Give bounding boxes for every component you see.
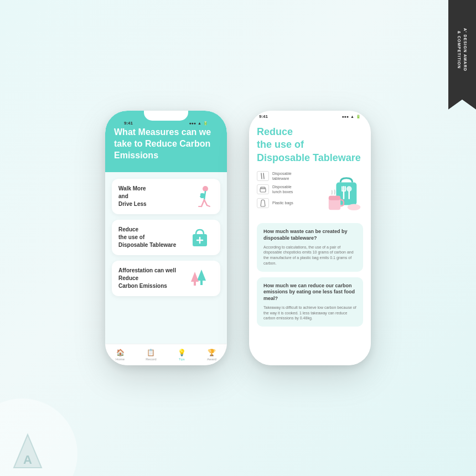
faq-answer-1: According to calculations, the use of a … (263, 245, 356, 266)
title-line1: Reduce (257, 126, 293, 137)
menu-card-walk[interactable]: Walk MoreandDrive Less (112, 179, 220, 214)
nav-award[interactable]: 🏆 Award (207, 349, 216, 361)
phone-right: 9:41 ●●● ▲ 🔋 Reduce the use of Disposabl… (249, 111, 371, 365)
svg-point-0 (203, 186, 208, 192)
menu-card-afforestation[interactable]: Afforestation can wellReduceCarbon Emiss… (112, 261, 220, 296)
svg-line-4 (201, 200, 204, 206)
phone-right-body: Reduce the use of Disposable Tableware (249, 120, 371, 365)
menu-card-tableware[interactable]: Reducethe use ofDisposable Tableware (112, 220, 220, 255)
items-section: Disposabletableware Disposablelunch boxe… (257, 171, 363, 215)
menu-card-walk-icon (186, 184, 214, 209)
svg-line-5 (204, 200, 207, 205)
item-plasticbag: Plastic bags (257, 198, 320, 208)
items-list: Disposabletableware Disposablelunch boxe… (257, 171, 320, 215)
phone-left-notch (144, 111, 188, 121)
nav-tips[interactable]: 💡 Tips (178, 349, 186, 361)
svg-rect-12 (200, 281, 203, 285)
svg-marker-13 (191, 272, 199, 282)
a-logo: A (11, 432, 44, 470)
phone-left-screen: 9:41 ●●● ▲ 🔋 What Measures can we take t… (105, 111, 227, 365)
item-chopsticks: Disposabletableware (257, 171, 320, 181)
time-left: 9:41 (124, 121, 133, 126)
svg-line-15 (261, 173, 262, 179)
svg-line-1 (204, 192, 205, 200)
faq-answer-2: Takeaway is difficult to achieve low car… (263, 305, 356, 321)
menu-card-tableware-text: Reducethe use ofDisposable Tableware (118, 226, 176, 249)
phone-right-notch (288, 111, 332, 121)
svg-point-24 (346, 187, 352, 192)
svg-line-7 (207, 205, 210, 206)
menu-card-afforestation-icon (186, 266, 214, 291)
phone-right-screen: 9:41 ●●● ▲ 🔋 Reduce the use of Disposabl… (249, 111, 371, 365)
phone-right-title: Reduce the use of Disposable Tableware (257, 126, 363, 164)
bottom-nav-left: 🏠 Home 📋 Record 💡 Tips 🏆 Award (105, 344, 227, 365)
svg-text:A: A (23, 453, 32, 467)
faq-question-1: How much waste can be created by disposa… (263, 229, 356, 241)
menu-card-walk-text: Walk MoreandDrive Less (118, 185, 147, 208)
title-line2: the use of (257, 139, 304, 150)
svg-marker-11 (197, 270, 206, 281)
title-line3: Disposable Tableware (257, 152, 361, 163)
svg-rect-27 (329, 196, 340, 200)
faq-question-2: How much we can reduce our carbon emissi… (263, 283, 356, 302)
menu-card-afforestation-text: Afforestation can wellReduceCarbon Emiss… (118, 267, 176, 290)
svg-line-16 (263, 173, 264, 179)
plasticbag-icon-box (257, 198, 269, 208)
phones-container: 9:41 ●●● ▲ 🔋 What Measures can we take t… (105, 111, 371, 365)
status-icons-right: ●●● ▲ 🔋 (342, 115, 361, 119)
nav-home[interactable]: 🏠 Home (116, 349, 125, 361)
status-icons-left: ●●● ▲ 🔋 (189, 121, 208, 126)
food-illustration (324, 171, 363, 215)
award-triangle (448, 100, 476, 110)
phone-left-title: What Measures can we take to Reduce Carb… (114, 127, 218, 161)
chopsticks-icon-box (257, 171, 269, 181)
item-lunchbox: Disposablelunch boxes (257, 184, 320, 194)
phone-left-body: Walk MoreandDrive Less (105, 172, 227, 344)
nav-record[interactable]: 📋 Record (146, 349, 156, 361)
phone-left: 9:41 ●●● ▲ 🔋 What Measures can we take t… (105, 111, 227, 365)
menu-card-tableware-icon (186, 225, 214, 250)
award-badge: A' DESIGN AWARD & COMPETITION (448, 0, 476, 100)
lunchbox-icon-box (257, 184, 269, 194)
svg-rect-14 (194, 282, 196, 286)
time-right: 9:41 (259, 114, 268, 119)
faq-card-1: How much waste can be created by disposa… (257, 223, 363, 272)
faq-card-2: How much we can reduce our carbon emissi… (257, 277, 363, 327)
